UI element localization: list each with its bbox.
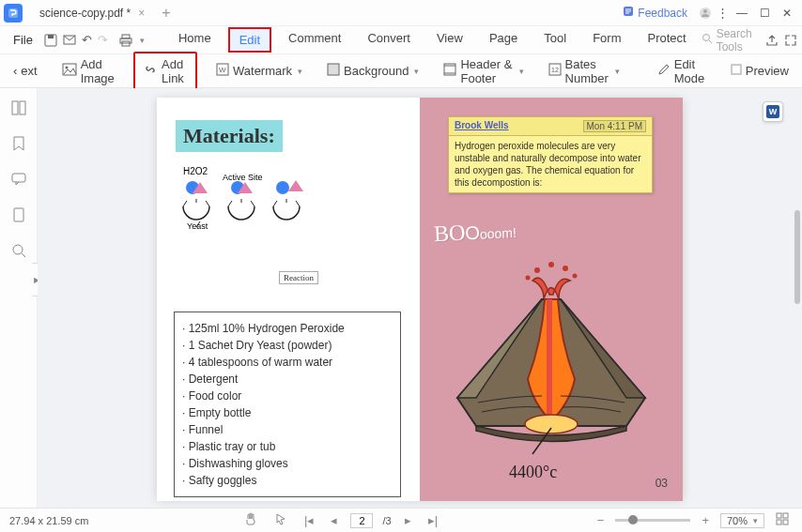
- search-tools[interactable]: Search Tools: [702, 27, 752, 53]
- bates-number-button[interactable]: 12 Bates Number ▾: [543, 53, 625, 89]
- sticky-time: Mon 4:11 PM: [583, 120, 646, 132]
- main-area: ▶ W Materials: H2O2 Active Site: [0, 88, 802, 508]
- minimize-button[interactable]: —: [731, 2, 753, 24]
- document-canvas[interactable]: W Materials: H2O2 Active Site: [38, 88, 802, 508]
- feedback-icon: [623, 6, 634, 20]
- tab-page[interactable]: Page: [480, 27, 527, 53]
- svg-point-3: [703, 9, 707, 13]
- header-footer-button[interactable]: Header & Footer ▾: [438, 53, 529, 89]
- list-item: 125ml 10% Hydrogen Peroxide: [182, 320, 393, 337]
- page-spread: Materials: H2O2 Active Site: [157, 98, 683, 498]
- chevron-down-icon: ▾: [753, 516, 758, 525]
- file-menu[interactable]: File: [8, 31, 39, 49]
- add-image-button[interactable]: Add Image: [56, 53, 120, 89]
- volcano-illustration: [439, 257, 664, 464]
- yeast-label: Yeast: [187, 221, 208, 231]
- share-icon[interactable]: [765, 32, 779, 49]
- svg-rect-46: [783, 520, 788, 524]
- feedback-button[interactable]: Feedback: [623, 6, 687, 20]
- svg-line-29: [22, 253, 25, 257]
- svg-point-38: [563, 266, 567, 270]
- search-panel-icon[interactable]: [10, 242, 27, 259]
- watermark-button[interactable]: W Watermark ▾: [210, 59, 308, 83]
- svg-point-40: [574, 275, 577, 278]
- svg-point-34: [276, 181, 289, 194]
- mail-icon[interactable]: [63, 32, 76, 49]
- list-item: Empty bottle: [182, 404, 393, 421]
- svg-point-41: [525, 415, 578, 433]
- undo-icon[interactable]: ↶: [82, 32, 92, 49]
- thumbnails-icon[interactable]: [10, 99, 27, 116]
- tab-view[interactable]: View: [427, 27, 472, 53]
- list-item: Funnel: [182, 421, 393, 438]
- save-icon[interactable]: [44, 32, 57, 49]
- svg-line-11: [709, 40, 712, 43]
- list-item: Plastic tray or tub: [182, 438, 393, 455]
- comment-panel-icon[interactable]: [10, 171, 27, 188]
- select-tool-icon[interactable]: [270, 512, 291, 528]
- chevron-down-icon[interactable]: ▾: [140, 36, 145, 45]
- tab-protect[interactable]: Protect: [638, 27, 695, 53]
- ext-button[interactable]: ‹ ext: [8, 60, 43, 82]
- svg-rect-7: [122, 35, 130, 38]
- next-page-button[interactable]: ▸: [401, 513, 415, 527]
- page-input[interactable]: [350, 513, 373, 528]
- new-tab-button[interactable]: +: [162, 5, 170, 22]
- pencil-icon: [657, 63, 671, 79]
- svg-text:12: 12: [551, 67, 559, 73]
- attachment-icon[interactable]: [10, 206, 27, 223]
- add-link-button[interactable]: Add Link: [133, 52, 197, 91]
- svg-marker-35: [288, 180, 303, 191]
- tab-edit[interactable]: Edit: [228, 27, 271, 53]
- chevron-down-icon: ▾: [615, 67, 620, 76]
- close-window-button[interactable]: ✕: [776, 2, 798, 24]
- svg-rect-5: [48, 35, 54, 38]
- more-icon[interactable]: ⋮: [714, 5, 731, 22]
- tab-convert[interactable]: Convert: [358, 27, 420, 53]
- user-menu-icon[interactable]: [697, 5, 714, 22]
- tab-tool[interactable]: Tool: [534, 27, 576, 53]
- temperature-label: 4400°c: [509, 463, 557, 482]
- tab-comment[interactable]: Comment: [279, 27, 350, 53]
- list-item: Food color: [182, 388, 393, 404]
- print-icon[interactable]: [119, 32, 132, 49]
- maximize-button[interactable]: ☐: [753, 2, 776, 24]
- svg-rect-24: [12, 101, 18, 114]
- first-page-button[interactable]: |◂: [301, 513, 317, 527]
- document-tab[interactable]: science-copy.pdf * ×: [32, 3, 152, 23]
- bookmark-icon[interactable]: [10, 135, 27, 152]
- page-number: 03: [655, 477, 668, 490]
- svg-point-28: [13, 245, 23, 254]
- zoom-out-button[interactable]: −: [594, 513, 609, 527]
- tab-home[interactable]: Home: [169, 27, 221, 53]
- edit-mode-button[interactable]: Edit Mode: [652, 53, 712, 89]
- zoom-in-button[interactable]: +: [698, 513, 713, 527]
- background-button[interactable]: Background ▾: [321, 59, 424, 83]
- titlebar: science-copy.pdf * × + Feedback ⋮ — ☐ ✕: [0, 0, 802, 26]
- word-export-badge[interactable]: W: [763, 101, 783, 122]
- svg-rect-45: [777, 520, 781, 524]
- sticky-note[interactable]: Brook Wells Mon 4:11 PM Hydrogen peroxid…: [448, 116, 653, 193]
- close-tab-icon[interactable]: ×: [138, 7, 145, 20]
- boom-text: BOOooom!: [433, 218, 517, 248]
- prev-page-button[interactable]: ◂: [327, 513, 341, 527]
- h2o2-label: H2O2: [183, 166, 208, 176]
- bates-icon: 12: [548, 63, 562, 79]
- svg-rect-26: [12, 174, 25, 182]
- zoom-slider[interactable]: [615, 519, 690, 522]
- svg-point-37: [535, 268, 539, 272]
- hand-tool-icon[interactable]: [240, 512, 261, 528]
- fit-view-icon[interactable]: [772, 512, 793, 528]
- chevron-down-icon: ▾: [414, 67, 419, 76]
- last-page-button[interactable]: ▸|: [424, 513, 441, 527]
- scrollbar-thumb[interactable]: [794, 210, 800, 304]
- svg-point-10: [702, 35, 709, 41]
- redo-icon[interactable]: ↷: [98, 32, 108, 49]
- zoom-dropdown[interactable]: 70% ▾: [720, 513, 764, 528]
- preview-checkbox[interactable]: Preview: [725, 60, 794, 82]
- expand-icon[interactable]: [784, 32, 797, 49]
- tab-form[interactable]: Form: [583, 27, 630, 53]
- svg-rect-17: [328, 64, 339, 75]
- chevron-down-icon: ▾: [298, 67, 302, 76]
- reaction-label: Reaction: [279, 271, 318, 284]
